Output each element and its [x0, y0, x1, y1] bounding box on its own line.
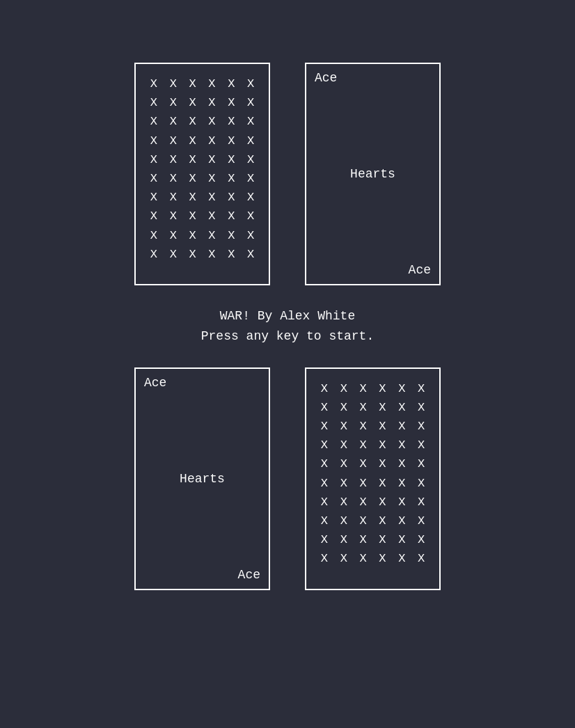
- card-back-symbol: X: [164, 207, 183, 225]
- card-back-symbol: X: [354, 474, 373, 493]
- bottom-left-card: Ace Hearts Ace: [134, 367, 270, 590]
- card-back-symbol: X: [164, 226, 183, 245]
- card-back-symbol: X: [354, 493, 373, 512]
- card-back-symbol: X: [354, 379, 373, 398]
- card-back-symbol: X: [183, 112, 203, 131]
- card-back-symbol: X: [241, 188, 260, 207]
- card-back-symbol: X: [241, 226, 260, 245]
- card-back-symbol: X: [392, 549, 411, 568]
- card-back-symbol: X: [203, 150, 222, 169]
- card-back-symbol: X: [315, 512, 334, 530]
- card-back-symbol: X: [183, 150, 203, 169]
- card-back-symbol: X: [411, 454, 431, 473]
- card-back-symbol: X: [354, 549, 373, 568]
- card-back-symbol: X: [373, 379, 393, 398]
- card-back-symbol: X: [373, 398, 393, 417]
- card-back-symbol: X: [144, 226, 164, 245]
- card-back-symbol: X: [183, 132, 203, 150]
- card-back-symbol: X: [334, 398, 354, 417]
- game-title: WAR! By Alex White: [201, 306, 374, 326]
- bottom-row: Ace Hearts Ace XXXXXXXXXXXXXXXXXXXXXXXXX…: [0, 367, 575, 590]
- card-back-symbol: X: [221, 150, 241, 169]
- card-back-symbol: X: [392, 512, 411, 530]
- card-back-symbol: X: [373, 530, 393, 549]
- card-back-symbol: X: [241, 245, 260, 264]
- card-back-symbol: X: [373, 436, 393, 454]
- card-back-symbol: X: [373, 493, 393, 512]
- card-back-symbol: X: [241, 74, 260, 93]
- card-back-symbol: X: [183, 245, 203, 264]
- card-back-symbol: X: [183, 169, 203, 188]
- card-back-symbol: X: [373, 454, 393, 473]
- top-right-card-top-label: Ace: [315, 71, 337, 85]
- card-back-symbol: X: [203, 207, 222, 225]
- card-back-symbol: X: [144, 150, 164, 169]
- card-back-symbol: X: [183, 207, 203, 225]
- card-back-symbol: X: [164, 74, 183, 93]
- card-back-symbol: X: [144, 74, 164, 93]
- card-back-symbol: X: [203, 226, 222, 245]
- card-back-symbol: X: [164, 150, 183, 169]
- card-back-symbol: X: [334, 474, 354, 493]
- card-back-symbol: X: [183, 74, 203, 93]
- card-back-symbol: X: [221, 207, 241, 225]
- card-back-symbol: X: [203, 245, 222, 264]
- card-back-symbol: X: [241, 112, 260, 131]
- game-instruction: Press any key to start.: [201, 326, 374, 347]
- card-back-symbol: X: [221, 226, 241, 245]
- card-back-symbol: X: [354, 436, 373, 454]
- card-back-symbol: X: [315, 474, 334, 493]
- card-back-symbol: X: [373, 512, 393, 530]
- card-back-symbol: X: [221, 245, 241, 264]
- card-back-symbol: X: [315, 417, 334, 436]
- card-back-symbol: X: [334, 436, 354, 454]
- card-back-symbol: X: [144, 112, 164, 131]
- card-back-symbol: X: [203, 188, 222, 207]
- top-right-card-face: Ace Hearts Ace: [306, 64, 439, 284]
- card-back-symbol: X: [221, 188, 241, 207]
- card-back-symbol: X: [144, 169, 164, 188]
- card-back-symbol: X: [411, 530, 431, 549]
- card-back-symbol: X: [203, 112, 222, 131]
- middle-text-area: WAR! By Alex White Press any key to star…: [201, 306, 374, 347]
- card-back-symbol: X: [334, 417, 354, 436]
- card-back-symbol: X: [315, 379, 334, 398]
- top-right-card-center-label: Hearts: [350, 167, 395, 181]
- card-back-symbol: X: [411, 549, 431, 568]
- card-back-symbol: X: [241, 207, 260, 225]
- card-back-symbol: X: [164, 245, 183, 264]
- card-back-symbol: X: [411, 379, 431, 398]
- card-back-symbol: X: [241, 93, 260, 112]
- card-back-symbol: X: [221, 93, 241, 112]
- card-back-symbol: X: [144, 93, 164, 112]
- card-back-symbol: X: [411, 436, 431, 454]
- bottom-left-card-bottom-label: Ace: [238, 568, 260, 582]
- card-back-symbol: X: [164, 112, 183, 131]
- card-back-symbol: X: [392, 454, 411, 473]
- card-back-symbol: X: [354, 512, 373, 530]
- card-back-symbol: X: [144, 188, 164, 207]
- card-back-symbol: X: [183, 188, 203, 207]
- card-back-symbol: X: [392, 379, 411, 398]
- card-back-symbol: X: [315, 454, 334, 473]
- card-back-symbol: X: [392, 417, 411, 436]
- card-back-symbol: X: [183, 226, 203, 245]
- bottom-left-card-center-label: Hearts: [180, 472, 225, 486]
- card-back-symbol: X: [392, 474, 411, 493]
- card-back-symbol: X: [164, 169, 183, 188]
- card-back-symbol: X: [354, 530, 373, 549]
- card-back-symbol: X: [203, 169, 222, 188]
- card-back-symbol: X: [203, 93, 222, 112]
- bottom-right-card-back: XXXXXXXXXXXXXXXXXXXXXXXXXXXXXXXXXXXXXXXX…: [306, 369, 439, 589]
- card-back-symbol: X: [373, 474, 393, 493]
- card-back-symbol: X: [334, 549, 354, 568]
- card-back-symbol: X: [334, 379, 354, 398]
- card-back-symbol: X: [411, 474, 431, 493]
- top-right-card: Ace Hearts Ace: [305, 63, 441, 285]
- card-back-symbol: X: [373, 417, 393, 436]
- card-back-symbol: X: [411, 493, 431, 512]
- top-left-card: XXXXXXXXXXXXXXXXXXXXXXXXXXXXXXXXXXXXXXXX…: [134, 63, 270, 285]
- card-back-symbol: X: [221, 74, 241, 93]
- card-back-symbol: X: [241, 150, 260, 169]
- card-back-symbol: X: [411, 512, 431, 530]
